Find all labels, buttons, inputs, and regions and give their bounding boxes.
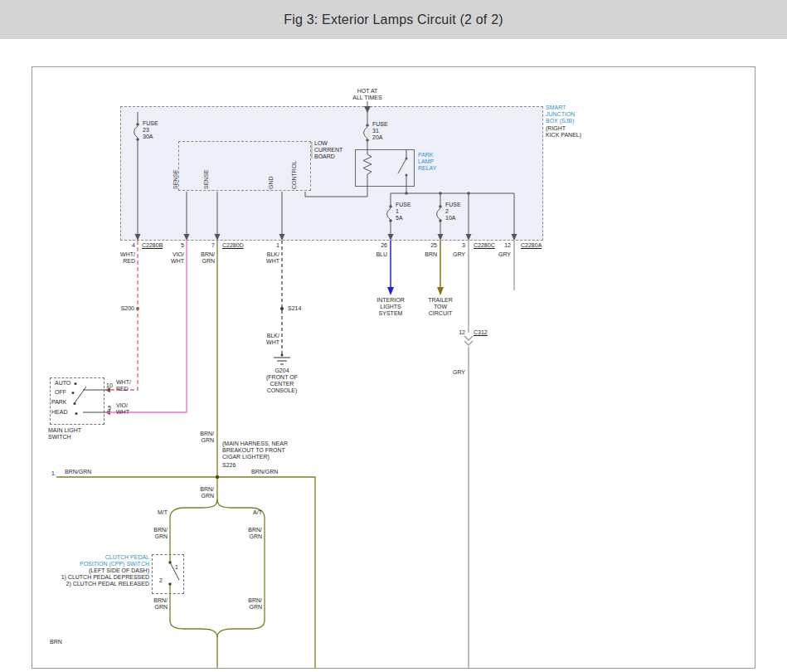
c312-pin-label: 12 <box>427 329 465 336</box>
board-pin-sense-1: SENSE <box>172 169 179 189</box>
pin-25-label: 25 <box>412 242 437 249</box>
wire-label-brn-grn-mt-upper: BRN/ GRN <box>126 527 168 540</box>
splice-s200-label: S200 <box>93 305 134 312</box>
main-light-switch-label: MAIN LIGHT SWITCH <box>48 427 81 441</box>
cpp-switch-note: (LEFT SIDE OF DASH) 1) CLUTCH PEDAL DEPR… <box>17 567 149 587</box>
splice-s214-dot <box>280 307 284 310</box>
switch-position-head: HEAD <box>51 409 67 416</box>
ground-dot <box>281 354 284 357</box>
main-light-switch-symbol <box>74 387 104 412</box>
wire-label-brn-grn-inline-left: BRN/GRN <box>65 469 91 475</box>
splice-s200-dot <box>136 307 139 310</box>
board-pin-sense-2: SENSE <box>203 169 210 189</box>
sjb-location-label: (RIGHT KICK PANEL) <box>546 125 581 139</box>
c312-connector-chevron <box>464 336 473 340</box>
splice-s214-label: S214 <box>288 305 301 312</box>
wire-label-brn-bottom: BRN <box>50 639 62 645</box>
wire-label-brn-grn-2: BRN/ GRN <box>172 431 214 444</box>
wire-label-brn-grn-inline-right: BRN/GRN <box>251 469 278 475</box>
wire-label-wht-red-2: WHT/ RED <box>116 379 131 392</box>
main-light-switch-contacts <box>71 382 77 415</box>
board-pin-control: CONTROL <box>291 161 298 189</box>
mls-pin-5-label: 5 <box>108 405 111 411</box>
wire-label-gry-1: GRY <box>424 251 465 258</box>
wire-label-brn-grn-at-upper: BRN/ GRN <box>221 527 262 540</box>
wire-label-gry-2: GRY <box>469 251 511 258</box>
branch-mt-label: M/T <box>134 509 168 516</box>
ground-g204-label: G204 (FRONT OF CENTER CONSOLE) <box>266 368 298 394</box>
relay-control-line <box>305 187 367 197</box>
mls-pin-10-label: 10 <box>106 382 113 389</box>
interior-lights-destination: INTERIOR LIGHTS SYSTEM <box>376 297 404 317</box>
wire-label-vio-wht-2: VIO/ WHT <box>116 402 129 416</box>
page-ref-1-label: 1 <box>30 470 55 477</box>
trailer-tow-destination: TRAILER TOW CIRCUIT <box>428 297 453 317</box>
wire-label-wht-red: WHT/ RED <box>94 251 135 265</box>
wire-label-brn-grn-at-lower: BRN/ GRN <box>221 597 262 611</box>
wire-gry-c2280c <box>464 241 473 668</box>
pin-5-label: 5 <box>159 242 184 249</box>
cpp-pin-1-label: 1 <box>175 564 178 571</box>
cpp-pin-2-label: 2 <box>159 577 163 584</box>
splice-s226-dot <box>216 475 219 479</box>
switch-position-park: PARK <box>51 399 67 406</box>
blu-arrow <box>387 287 394 295</box>
ground-symbol-g204 <box>274 358 290 364</box>
pin-12-label: 12 <box>486 242 511 249</box>
pin-26-label: 26 <box>362 242 387 249</box>
switch-position-auto: AUTO <box>55 380 70 387</box>
splice-s226-note: (MAIN HARNESS, NEAR BREAKOUT TO FRONT CI… <box>222 441 288 460</box>
park-lamp-relay-label: PARK LAMP RELAY <box>418 152 436 172</box>
wire-label-blk-wht-2: BLK/ WHT <box>238 333 279 346</box>
cpp-switch-title: CLUTCH PEDAL POSITION (CPP) SWITCH <box>25 554 149 567</box>
pin-4-label: 4 <box>110 242 135 249</box>
wire-label-brn-grn-mt-lower: BRN/ GRN <box>126 597 168 611</box>
connector-c2280a-label: C2280A <box>521 242 542 249</box>
low-current-board-label: LOW CURRENT BOARD <box>314 140 342 160</box>
splice-s226-label: S226 <box>222 462 236 469</box>
board-pin-gnd: GND <box>268 176 274 189</box>
branch-at-label: A/T <box>229 509 262 516</box>
connector-c2280d-label: C2280D <box>222 242 244 249</box>
smart-junction-box-label: SMART JUNCTION BOX (SJB) <box>546 105 575 124</box>
pin-3-label: 3 <box>440 242 465 249</box>
hot-at-all-times-label: HOT AT ALL TIMES <box>352 88 381 101</box>
wire-label-gry-3: GRY <box>427 369 465 376</box>
fuse-1-label: FUSE 1 5A <box>396 202 411 222</box>
relay-switch-lever <box>398 149 406 173</box>
fuse-31-label: FUSE 31 20A <box>372 121 388 141</box>
pin-1-label: 1 <box>255 242 279 249</box>
switch-position-off: OFF <box>55 389 66 396</box>
wire-label-brn-grn-3: BRN/ GRN <box>172 486 214 499</box>
fuse-23-label: FUSE 23 30A <box>143 120 158 140</box>
wire-label-blu: BLU <box>346 251 387 258</box>
fuse-2-label: FUSE 2 10A <box>445 202 461 222</box>
wire-label-blk-wht: BLK/ WHT <box>238 251 279 265</box>
relay-coil <box>363 149 372 187</box>
brn-arrow <box>437 287 444 295</box>
wire-label-brn-grn: BRN/ GRN <box>173 251 215 265</box>
pin-7-label: 7 <box>190 242 215 249</box>
connector-c312-label: C312 <box>474 329 488 336</box>
